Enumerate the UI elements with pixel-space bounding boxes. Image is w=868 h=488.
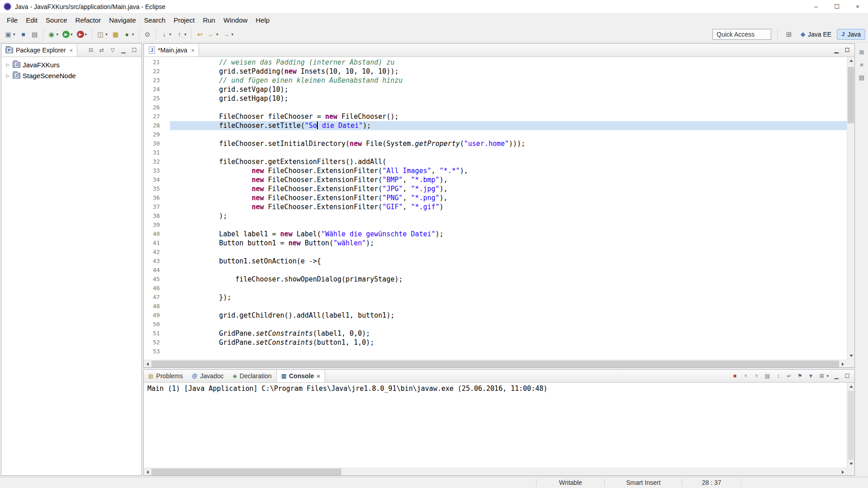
dropdown-arrow-icon[interactable]: ▾	[826, 374, 830, 378]
code-line[interactable]: 24 grid.setVgap(10);	[144, 85, 847, 94]
code-line[interactable]: 52 GridPane.setConstraints(button1, 1,0)…	[144, 338, 847, 347]
new-package-button[interactable]: ▦	[110, 29, 121, 39]
scroll-up-button[interactable]	[847, 57, 854, 65]
remove-launch-button[interactable]: ×	[740, 371, 751, 381]
maximize-button[interactable]: ☐	[826, 0, 847, 13]
console-body[interactable]: Main (1) [Java Application] C:\Program F…	[144, 383, 854, 475]
link-with-editor-button[interactable]: ⇄	[96, 45, 107, 55]
close-icon[interactable]: ×	[316, 373, 320, 380]
code-line[interactable]: 37 new FileChooser.ExtensionFilter("GIF"…	[144, 202, 847, 211]
code-line[interactable]: 28 fileChooser.setTitle("So die Datei");	[144, 121, 847, 130]
scroll-lock-button[interactable]: ↕	[773, 371, 783, 381]
dropdown-arrow-icon[interactable]: ▾	[231, 32, 235, 37]
menu-navigate[interactable]: Navigate	[105, 15, 140, 25]
open-console-button[interactable]: ⊞▾	[816, 371, 831, 381]
code-line[interactable]: 46	[144, 284, 847, 293]
menu-refactor[interactable]: Refactor	[71, 15, 105, 25]
expand-arrow-icon[interactable]: ▷	[5, 73, 10, 78]
remove-all-launches-button[interactable]: ×	[751, 371, 762, 381]
code-line[interactable]: 23 // und fügen einen kleinen Außenabsta…	[144, 76, 847, 85]
expand-arrow-icon[interactable]: ▷	[5, 62, 10, 67]
code-line[interactable]: 25 grid.setHgap(10);	[144, 94, 847, 103]
task-list-button[interactable]: ▤	[858, 73, 866, 81]
editor-body[interactable]: 21 // weisen das Padding (interner Absta…	[144, 57, 854, 367]
console-vertical-scrollbar[interactable]	[847, 383, 854, 468]
menu-source[interactable]: Source	[42, 15, 71, 25]
code-line[interactable]: 27 FileChooser fileChooser = new FileCho…	[144, 112, 847, 121]
pin-console-button[interactable]: ⚑	[794, 371, 805, 381]
next-annotation-button[interactable]: ↓▾	[159, 29, 174, 39]
tab-javadoc[interactable]: @Javadoc	[187, 370, 228, 382]
code-line[interactable]: 35 new FileChooser.ExtensionFilter("JPG"…	[144, 184, 847, 193]
code-line[interactable]: 44	[144, 266, 847, 275]
open-perspective-button[interactable]: ⊞	[783, 29, 794, 40]
maximize-view-button[interactable]: ☐	[842, 45, 853, 55]
previous-annotation-button[interactable]: ↑▾	[174, 29, 189, 39]
forward-button[interactable]: →▾	[221, 29, 236, 39]
tree-item-stagescenenode[interactable]: ▷JStageSceneNode	[1, 70, 142, 81]
code-line[interactable]: 36 new FileChooser.ExtensionFilter("PNG"…	[144, 193, 847, 202]
editor-vertical-scrollbar[interactable]	[847, 57, 854, 360]
terminate-button[interactable]: ■	[729, 371, 740, 381]
dropdown-arrow-icon[interactable]: ▾	[215, 32, 219, 37]
code-line[interactable]: 48	[144, 302, 847, 311]
code-line[interactable]: 47 });	[144, 293, 847, 302]
code-line[interactable]: 40 Label label1 = new Label("Wähle die g…	[144, 230, 847, 239]
scroll-down-button[interactable]	[847, 460, 854, 468]
code-line[interactable]: 32 fileChooser.getExtensionFilters().add…	[144, 157, 847, 166]
code-line[interactable]: 41 Button button1 = new Button("wählen")…	[144, 239, 847, 248]
dropdown-arrow-icon[interactable]: ▾	[168, 32, 172, 37]
minimize-view-button[interactable]: ▁	[831, 371, 842, 381]
collapse-all-button[interactable]: ⊟	[85, 45, 96, 55]
console-vscroll-thumb[interactable]	[848, 391, 854, 460]
dropdown-arrow-icon[interactable]: ▾	[56, 32, 60, 37]
code-line[interactable]: 42	[144, 248, 847, 257]
close-button[interactable]: ×	[847, 0, 868, 13]
tab-console[interactable]: ▥Console×	[276, 370, 325, 382]
scroll-right-button[interactable]	[839, 360, 847, 367]
code-line[interactable]: 26	[144, 103, 847, 112]
minimize-view-button[interactable]: ▁	[831, 45, 842, 55]
menu-project[interactable]: Project	[170, 15, 199, 25]
outline-button[interactable]: ≡	[858, 61, 866, 69]
dropdown-arrow-icon[interactable]: ▾	[70, 32, 74, 37]
dropdown-arrow-icon[interactable]: ▾	[131, 32, 135, 37]
new-class-button[interactable]: ●▾	[122, 29, 137, 39]
package-explorer-tab[interactable]: P Package Explorer ×	[1, 44, 77, 56]
code-line[interactable]: 43 button1.setOnAction(e ->{	[144, 257, 847, 266]
scroll-down-button[interactable]	[847, 352, 854, 360]
maximize-button[interactable]: ☐	[129, 45, 140, 55]
scroll-right-button[interactable]	[839, 468, 847, 475]
show-view-bar-button[interactable]: ⊞	[858, 48, 866, 56]
close-icon[interactable]: ×	[69, 47, 73, 54]
code-line[interactable]: 49 grid.getChildren().addAll(label1, but…	[144, 311, 847, 320]
editor-tab-main-java[interactable]: J *Main.java ×	[145, 44, 199, 56]
last-edit-location-button[interactable]: ↩	[194, 29, 205, 39]
tab-declaration[interactable]: ◈Declaration	[228, 370, 276, 382]
tree-item-javafxkurs[interactable]: ▷JJavaFXKurs	[1, 59, 142, 70]
dropdown-arrow-icon[interactable]: ▾	[104, 32, 108, 37]
quick-access-field[interactable]: Quick Access	[712, 29, 771, 40]
new-button[interactable]: ▣▾	[3, 29, 18, 39]
console-horizontal-scrollbar[interactable]	[144, 468, 847, 475]
code-line[interactable]: 39	[144, 221, 847, 230]
editor-horizontal-scrollbar[interactable]	[144, 360, 847, 367]
run-button[interactable]: ▶▾	[61, 30, 75, 39]
code-line[interactable]: 33 new FileChooser.ExtensionFilter("All …	[144, 166, 847, 175]
view-menu-button[interactable]: ▽	[107, 45, 118, 55]
menu-help[interactable]: Help	[252, 15, 274, 25]
menu-search[interactable]: Search	[140, 15, 170, 25]
save-button[interactable]: ■	[18, 29, 29, 39]
code-line[interactable]: 53	[144, 347, 847, 356]
code-line[interactable]: 31	[144, 148, 847, 157]
new-java-project-button[interactable]: ◫▾	[95, 29, 110, 39]
back-button[interactable]: ←▾	[206, 29, 221, 39]
menu-window[interactable]: Window	[219, 15, 251, 25]
scroll-left-button[interactable]	[144, 360, 151, 367]
code-line[interactable]: 29	[144, 130, 847, 139]
code-line[interactable]: 22 grid.setPadding(new Insets(10, 10, 10…	[144, 67, 847, 76]
code-line[interactable]: 45 fileChooser.showOpenDialog(primarySta…	[144, 275, 847, 284]
code-line[interactable]: 34 new FileChooser.ExtensionFilter("BMP"…	[144, 175, 847, 184]
debug-button[interactable]: ◉▾	[46, 29, 61, 39]
code-line[interactable]: 21 // weisen das Padding (interner Absta…	[144, 58, 847, 67]
